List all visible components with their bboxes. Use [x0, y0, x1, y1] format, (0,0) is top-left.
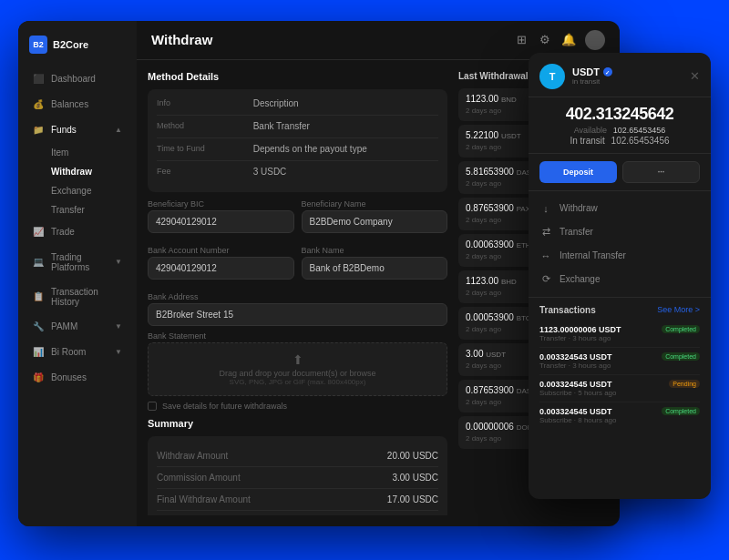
token-icon: T — [539, 64, 565, 89]
beneficiary-row: Beneficiary BIC Beneficiary Name — [148, 199, 447, 239]
fp-trans-item: 0.003324543 USDT Transfer · 3 hours ago … — [539, 348, 700, 375]
bi-room-icon: 📊 — [33, 347, 44, 358]
sidebar-item-transaction-history[interactable]: 📋 Transaction History — [22, 280, 133, 313]
sidebar-item-label: Funds — [51, 125, 77, 135]
sidebar-item-trading[interactable]: 📈 Trade — [22, 220, 133, 244]
sidebar-sub-withdraw[interactable]: Withdraw — [40, 162, 137, 181]
sidebar: B2 B2Core ⬛ Dashboard 💰 Balances 📁 Funds… — [18, 21, 137, 526]
method-row-fee: Fee 3 USDC — [157, 167, 438, 183]
summary-val-1: 3.00 USDC — [392, 473, 438, 483]
label-time: Time to Fund — [157, 144, 250, 153]
bank-address-field: Bank Address — [148, 292, 447, 326]
w-date: 2 days ago — [466, 179, 501, 188]
sidebar-sub-transfer[interactable]: Transfer — [40, 200, 137, 219]
sidebar-item-label: Trade — [51, 227, 75, 237]
bank-name-input[interactable] — [302, 257, 448, 280]
fp-trans-status: Completed — [662, 352, 700, 361]
bank-name-label: Bank Name — [302, 246, 448, 255]
bonuses-icon: 🎁 — [33, 372, 44, 383]
save-details-label: Save details for future withdrawals — [162, 402, 287, 411]
bank-address-input[interactable] — [148, 303, 447, 326]
beneficiary-name-input[interactable] — [302, 210, 448, 233]
summary-val-2: 17.00 USDC — [387, 494, 438, 504]
summary-row-2: Final Withdraw Amount 17.00 USDC — [157, 489, 438, 511]
fp-trans-right: Pending — [669, 380, 700, 388]
grid-icon[interactable]: ⊞ — [514, 33, 529, 47]
fp-token-sub: in transit — [572, 77, 683, 86]
fp-trans-header: Transactions See More > — [539, 305, 700, 315]
fp-trans-item: 1123.00000006 USDT Transfer · 3 hours ag… — [539, 321, 700, 348]
logo-icon: B2 — [29, 36, 47, 54]
w-date: 2 days ago — [466, 361, 501, 370]
settings-icon[interactable]: ⚙ — [538, 33, 552, 47]
sidebar-item-dashboard[interactable]: ⬛ Dashboard — [22, 67, 133, 91]
fp-trans-desc: Subscribe · 8 hours ago — [539, 416, 617, 424]
sidebar-item-trading-platforms[interactable]: 💻 Trading Platforms ▼ — [22, 246, 133, 279]
sidebar-sub-exchange[interactable]: Exchange — [40, 181, 137, 200]
fp-trans-desc: Transfer · 3 hours ago — [539, 334, 621, 342]
pamm-icon: 🔧 — [33, 321, 44, 332]
withdrawals-title: Last Withdrawals — [458, 71, 533, 81]
save-details-checkbox[interactable] — [148, 402, 157, 411]
w-date: 2 days ago — [466, 398, 501, 406]
chevron-icon: ▼ — [115, 322, 122, 331]
header-actions: ⊞ ⚙ 🔔 — [514, 30, 605, 50]
fp-transactions: Transactions See More > 1123.00000006 US… — [529, 298, 711, 499]
value-method: Bank Transfer — [253, 121, 438, 132]
fp-menu-internal-transfer[interactable]: ↔ Internal Transfer — [529, 244, 711, 268]
w-date: 2 days ago — [466, 107, 501, 115]
w-date: 2 days ago — [466, 289, 501, 297]
fp-trans-item: 0.003324545 USDT Subscribe · 5 hours ago… — [539, 375, 700, 402]
w-amount: 0.00063900 ETH — [466, 239, 531, 249]
chevron-icon: ▼ — [115, 348, 122, 356]
bic-input[interactable] — [148, 210, 294, 233]
sidebar-item-balances[interactable]: 💰 Balances — [22, 93, 133, 117]
upload-sub: SVG, PNG, JPG or GIF (max. 800x400px) — [158, 378, 437, 386]
deposit-button[interactable]: Deposit — [539, 161, 617, 183]
fp-menu-transfer[interactable]: ⇄ Transfer — [529, 220, 711, 244]
upload-area[interactable]: ⬆ Drag and drop your document(s) or brow… — [148, 342, 447, 396]
fp-trans-status: Pending — [669, 380, 700, 388]
sidebar-sub-item[interactable]: Item — [40, 143, 137, 162]
fp-balance-sub: Available 102.65453456 — [539, 126, 700, 135]
fp-actions: Deposit ··· — [529, 154, 711, 191]
bic-field: Beneficiary BIC — [148, 199, 294, 233]
fp-trans-amount: 0.003324543 USDT — [539, 352, 612, 361]
sidebar-item-label: Trading Platforms — [51, 252, 108, 272]
w-amount: 0.87653900 DASH — [466, 385, 537, 395]
user-avatar[interactable] — [585, 30, 605, 50]
w-date: 2 days ago — [466, 325, 501, 333]
method-row-time: Time to Fund Depends on the payout type — [157, 144, 438, 161]
w-date: 2 days ago — [466, 216, 501, 224]
close-button[interactable]: ✕ — [690, 69, 700, 83]
sidebar-item-pamm[interactable]: 🔧 PAMM ▼ — [22, 315, 133, 339]
sidebar-item-label: Transaction History — [51, 287, 122, 307]
bic-label: Beneficiary BIC — [148, 199, 294, 209]
account-number-input[interactable] — [148, 257, 294, 280]
bell-icon[interactable]: 🔔 — [561, 33, 576, 47]
fp-balance-main: 402.313245642 — [539, 105, 700, 124]
history-icon: 📋 — [33, 291, 44, 302]
fp-menu-exchange[interactable]: ⟳ Exchange — [529, 268, 711, 291]
sidebar-item-label: Bi Room — [51, 347, 86, 357]
balances-icon: 💰 — [33, 99, 44, 110]
bank-name-field: Bank Name — [302, 246, 448, 280]
fp-balance: 402.313245642 Available 102.65453456 In … — [529, 97, 711, 154]
more-button[interactable]: ··· — [622, 161, 700, 183]
sidebar-item-funds[interactable]: 📁 Funds ▲ — [22, 118, 133, 142]
w-amount: 5.22100 USDT — [466, 130, 521, 140]
sidebar-item-label: Dashboard — [51, 74, 96, 84]
sidebar-item-bi-room[interactable]: 📊 Bi Room ▼ — [22, 341, 133, 364]
trading-icon: 📈 — [33, 227, 44, 238]
label-fee: Fee — [157, 167, 250, 176]
method-details-title: Method Details — [148, 71, 447, 82]
fp-see-more[interactable]: See More > — [657, 305, 700, 315]
method-row-method: Method Bank Transfer — [157, 121, 438, 138]
fp-menu-withdraw[interactable]: ↓ Withdraw — [529, 197, 711, 220]
upload-text: Drag and drop your document(s) or browse — [158, 369, 437, 378]
account-number-field: Bank Account Number — [148, 246, 294, 280]
fp-balance-usdt: In transit 102.65453456 — [539, 136, 700, 146]
sidebar-item-bonuses[interactable]: 🎁 Bonuses — [22, 366, 133, 390]
summary-key-1: Commission Amount — [157, 473, 241, 483]
summary-row-3: Rate 1 USDC = 0.79 GPB — [157, 511, 438, 515]
